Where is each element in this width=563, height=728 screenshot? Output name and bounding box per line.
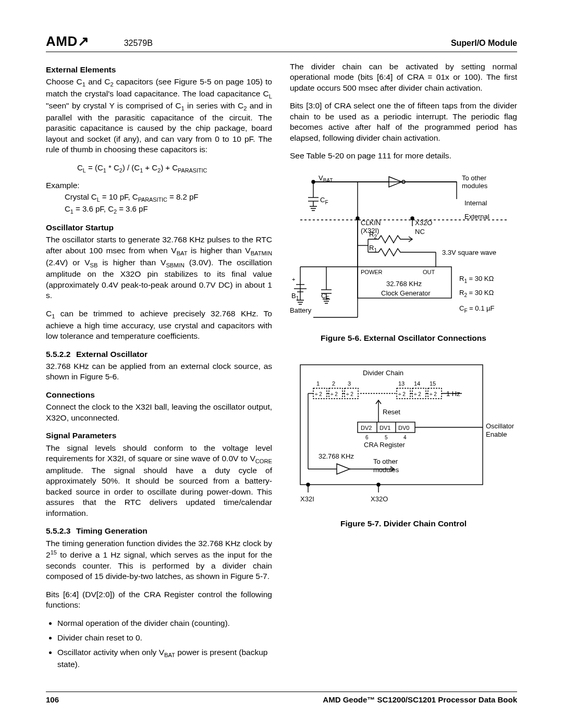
svg-text:DV2: DV2 (361, 425, 372, 431)
svg-point-12 (411, 217, 414, 220)
svg-text:32.768 KHz: 32.768 KHz (319, 452, 354, 460)
svg-point-10 (356, 217, 359, 220)
svg-text:+: + (292, 276, 295, 282)
svg-point-76 (307, 483, 310, 486)
svg-text:X32O: X32O (371, 495, 388, 503)
svg-text:3.3V square wave: 3.3V square wave (442, 249, 496, 256)
svg-text:External: External (464, 213, 489, 220)
svg-text:POWER: POWER (361, 269, 383, 275)
para-timing-2: Bits [6:4] (DV[2:0]) of the CRA Register… (46, 589, 272, 611)
list-item: Oscillator activity when only VBAT power… (57, 647, 272, 670)
para-osc-startup-1: The oscillator starts to generate 32.768… (46, 235, 272, 301)
heading-connections: Connections (46, 390, 272, 400)
svg-text:Clock Generator: Clock Generator (381, 289, 431, 297)
svg-text:3: 3 (348, 380, 351, 387)
svg-text:6: 6 (365, 435, 369, 440)
heading-external-elements: External Elements (46, 65, 272, 75)
para-connections: Connect the clock to the X32I ball, leav… (46, 402, 272, 423)
right-column: The divider chain can be activated by se… (290, 61, 517, 677)
example-lines: Crystal CL = 10 pF, CPARASITIC = 8.2 pF … (65, 192, 272, 215)
svg-text:32.768 KHz: 32.768 KHz (386, 280, 422, 288)
svg-text:NC: NC (415, 228, 425, 236)
figure-5-7-caption: Figure 5-7. Divider Chain Control (290, 519, 517, 529)
svg-text:CLKIN: CLKIN (361, 219, 381, 227)
para-timing-1: The timing generation function divides t… (46, 538, 272, 582)
para-ext-osc: 32.768 KHz can be applied from an extern… (46, 361, 272, 382)
page-footer: 106 AMD Geode™ SC1200/SC1201 Processor D… (46, 692, 517, 704)
svg-text:DV0: DV0 (398, 425, 409, 431)
doc-number: 32579B (124, 39, 153, 47)
svg-text:R1: R1 (369, 244, 377, 253)
svg-text:÷ 2: ÷ 2 (315, 391, 322, 397)
svg-text:Enable: Enable (486, 430, 507, 438)
formula-cl: CL = (C1 * C2) / (C1 + C2) + CPARASITIC (77, 163, 272, 174)
svg-text:1 Hz: 1 Hz (446, 390, 460, 398)
figure-5-7: Divider Chain 1 2 3 13 14 15 ÷ 2 ÷ 2 ÷ 2… (290, 360, 517, 513)
heading-signal-params: Signal Parameters (46, 430, 272, 441)
svg-text:B1: B1 (291, 292, 299, 301)
brand-logo: AMD↗ (46, 33, 89, 49)
svg-text:X32I: X32I (300, 495, 314, 503)
svg-text:÷ 2: ÷ 2 (414, 391, 421, 397)
list-item: Normal operation of the divider chain (c… (57, 618, 272, 628)
para-external-elements: Choose C1 and C2 capacitors (see Figure … (46, 77, 272, 155)
svg-text:CF = 0.1 µF: CF = 0.1 µF (459, 304, 494, 314)
svg-text:÷ 2: ÷ 2 (430, 391, 437, 397)
svg-text:1: 1 (316, 380, 320, 387)
svg-text:modules: modules (462, 182, 488, 190)
figure-5-6-caption: Figure 5-6. External Oscillator Connecti… (290, 333, 517, 343)
example-label: Example: (46, 180, 272, 191)
svg-text:CRA Register: CRA Register (364, 441, 405, 449)
svg-text:Divider Chain: Divider Chain (363, 369, 403, 377)
para-signal-params: The signal levels should conform to the … (46, 443, 272, 519)
svg-text:modules: modules (373, 466, 399, 474)
svg-text:R1 = 30 KΩ: R1 = 30 KΩ (459, 275, 494, 284)
svg-text:To other: To other (462, 174, 487, 182)
svg-text:5: 5 (385, 435, 388, 440)
heading-osc-startup: Oscillator Startup (46, 223, 272, 233)
para-divider-2: Bits [3:0] of CRA select one the of fift… (290, 101, 517, 143)
para-divider-1: The divider chain can be activated by se… (290, 61, 517, 93)
para-divider-3: See Table 5-20 on page 111 for more deta… (290, 151, 517, 161)
figure-5-6: VBAT CF CLKIN (X32I) X32O NC To other mo… (290, 169, 517, 328)
svg-text:To other: To other (373, 458, 398, 465)
svg-text:14: 14 (414, 380, 420, 387)
svg-text:Internal: Internal (464, 199, 487, 207)
page-number: 106 (46, 695, 59, 704)
page: AMD↗ 32579B SuperI/O Module External Ele… (0, 0, 563, 728)
svg-text:÷ 2: ÷ 2 (398, 391, 406, 397)
heading-timing-gen: 5.5.2.3Timing Generation (46, 526, 272, 536)
svg-text:Reset: Reset (383, 408, 400, 416)
svg-point-78 (377, 483, 380, 486)
svg-text:13: 13 (398, 380, 405, 387)
left-column: External Elements Choose C1 and C2 capac… (46, 61, 272, 677)
two-columns: External Elements Choose C1 and C2 capac… (46, 61, 517, 677)
para-osc-startup-2: C1 can be trimmed to achieve precisely 3… (46, 309, 272, 342)
svg-text:DV1: DV1 (380, 425, 390, 431)
svg-text:÷ 2: ÷ 2 (346, 391, 353, 397)
svg-text:Battery: Battery (290, 306, 312, 314)
svg-text:÷ 2: ÷ 2 (331, 391, 338, 397)
svg-text:CF: CF (320, 196, 328, 205)
page-header: AMD↗ 32579B SuperI/O Module (46, 33, 517, 52)
svg-text:15: 15 (430, 380, 436, 387)
book-title: AMD Geode™ SC1200/SC1201 Processor Data … (323, 695, 517, 704)
list-item: Divider chain reset to 0. (57, 633, 272, 643)
svg-text:4: 4 (403, 435, 407, 440)
module-title: SuperI/O Module (451, 39, 517, 48)
cra-functions-list: Normal operation of the divider chain (c… (46, 618, 272, 670)
heading-ext-osc: 5.5.2.2External Oscillator (46, 349, 272, 360)
svg-text:2: 2 (332, 380, 335, 387)
svg-text:Oscillator: Oscillator (486, 422, 515, 430)
svg-text:X32O: X32O (415, 219, 432, 227)
svg-text:R2 = 30 KΩ: R2 = 30 KΩ (459, 289, 494, 298)
svg-text:OUT: OUT (423, 269, 435, 275)
